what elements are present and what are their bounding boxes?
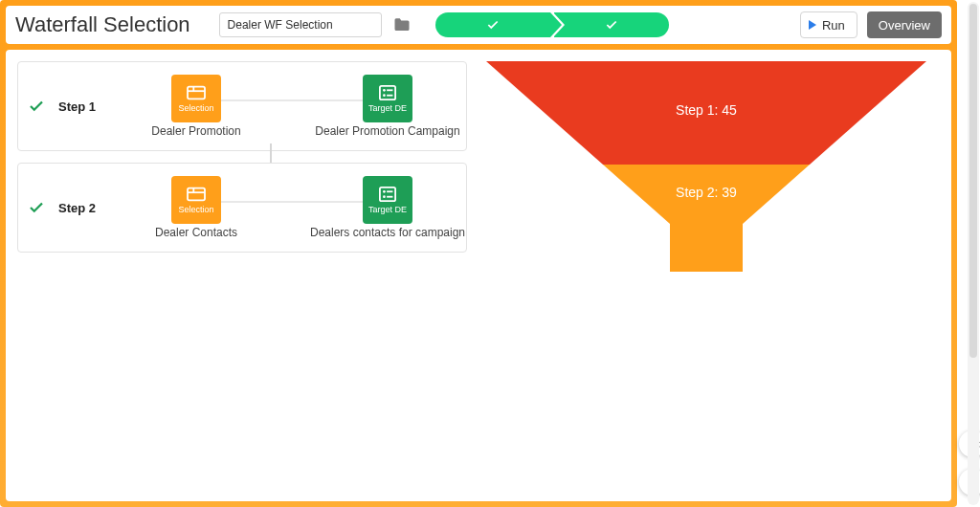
selection-name: Dealer Promotion xyxy=(151,124,240,138)
step-card-2[interactable]: Step 2 Selection Dealer Contacts xyxy=(17,163,467,253)
target-de-name: Dealer Promotion Campaign xyxy=(315,124,459,138)
svg-rect-3 xyxy=(380,86,395,99)
check-icon xyxy=(605,18,618,32)
page-title: Waterfall Selection xyxy=(15,12,190,37)
selection-icon xyxy=(186,186,207,203)
target-de-tag: Target DE xyxy=(368,205,407,214)
funnel-segment-2 xyxy=(603,165,810,272)
step-label: Step 2 xyxy=(58,201,116,215)
target-de-name: Dealers contacts for campaign xyxy=(310,226,465,239)
selection-node[interactable]: Selection Dealer Promotion xyxy=(129,75,263,138)
progress-steps xyxy=(435,12,669,37)
play-icon xyxy=(809,20,816,30)
target-de-icon xyxy=(377,186,398,203)
folder-icon xyxy=(393,17,411,33)
funnel-label-2: Step 2: 39 xyxy=(676,185,737,200)
funnel-chart: Step 1: 45 Step 2: 39 xyxy=(486,61,940,490)
step-card-1[interactable]: Step 1 Selection Dealer Promotion xyxy=(17,61,467,151)
selection-icon xyxy=(186,84,207,101)
svg-rect-0 xyxy=(188,87,205,99)
scrollbar-thumb[interactable] xyxy=(969,4,977,358)
target-de-icon xyxy=(377,84,398,101)
check-icon xyxy=(28,98,45,115)
svg-rect-9 xyxy=(188,188,205,201)
step-label: Step 1 xyxy=(58,99,116,114)
target-de-node[interactable]: Target DE Dealers contacts for campaign xyxy=(321,176,455,239)
selection-name: Dealer Contacts xyxy=(155,226,237,239)
header-bar: Waterfall Selection Run Overview xyxy=(6,6,951,44)
funnel-label-1: Step 1: 45 xyxy=(676,102,737,118)
svg-point-6 xyxy=(383,94,386,97)
run-button[interactable]: Run xyxy=(800,11,858,38)
svg-point-13 xyxy=(383,190,386,193)
svg-point-4 xyxy=(383,89,386,92)
steps-column: Step 1 Selection Dealer Promotion xyxy=(17,61,467,490)
selection-node[interactable]: Selection Dealer Contacts xyxy=(129,176,263,239)
overview-label: Overview xyxy=(879,18,930,33)
progress-step-2[interactable] xyxy=(554,12,669,37)
vertical-scrollbar[interactable] xyxy=(968,2,979,505)
content-panel: Step 1 Selection Dealer Promotion xyxy=(6,50,951,501)
step-nodes: Selection Dealer Promotion Target DE xyxy=(129,75,455,138)
overview-button[interactable]: Overview xyxy=(867,11,942,38)
run-label: Run xyxy=(822,18,845,33)
selection-tag: Selection xyxy=(178,205,213,214)
progress-step-1[interactable] xyxy=(435,12,550,37)
step-connector xyxy=(17,151,467,163)
folder-icon-button[interactable] xyxy=(391,14,412,35)
check-icon xyxy=(486,18,500,32)
svg-rect-12 xyxy=(380,187,395,201)
step-nodes: Selection Dealer Contacts Target DE xyxy=(129,176,455,239)
check-icon xyxy=(28,199,45,216)
target-de-tag: Target DE xyxy=(368,103,407,113)
funnel-svg: Step 1: 45 Step 2: 39 xyxy=(486,61,926,281)
target-de-node[interactable]: Target DE Dealer Promotion Campaign xyxy=(321,75,455,138)
selection-name-input[interactable] xyxy=(219,12,382,37)
svg-point-15 xyxy=(383,195,386,198)
selection-tag: Selection xyxy=(178,103,213,113)
